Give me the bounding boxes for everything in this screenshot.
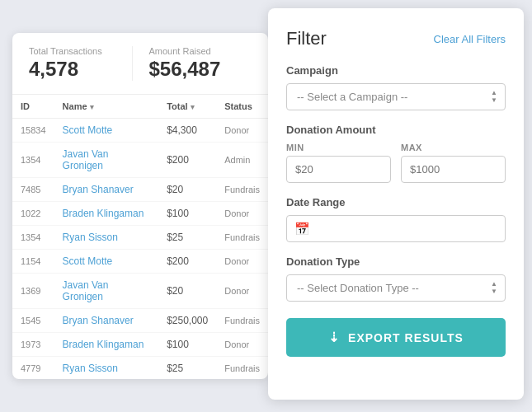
campaign-select-wrapper: -- Select a Campaign -- ▲ ▼ bbox=[286, 83, 506, 110]
cell-name[interactable]: Javan Van Gronigen bbox=[54, 143, 159, 178]
stats-row: Total Transactions 4,578 Amount Raised $… bbox=[12, 33, 268, 95]
cell-id: 1354 bbox=[12, 143, 54, 178]
cell-status: Fundrais bbox=[216, 309, 268, 333]
export-icon: ⇣ bbox=[328, 330, 340, 345]
cell-status: Admin bbox=[216, 143, 268, 178]
table-row: 1369 Javan Van Gronigen $20 Donor bbox=[12, 274, 268, 309]
cell-status: Donor bbox=[216, 333, 268, 357]
cell-total: $25 bbox=[158, 226, 216, 250]
cell-name[interactable]: Scott Motte bbox=[54, 250, 159, 274]
cell-name[interactable]: Bryan Shanaver bbox=[54, 178, 159, 202]
cell-total: $200 bbox=[158, 250, 216, 274]
min-label: MIN bbox=[286, 143, 391, 152]
col-id: ID bbox=[12, 95, 54, 119]
donation-amount-label: Donation Amount bbox=[286, 124, 506, 136]
right-card: Filter Clear All Filters Campaign -- Sel… bbox=[268, 8, 524, 400]
cell-name[interactable]: Bryan Shanaver bbox=[54, 309, 159, 333]
cell-status: Donor bbox=[216, 274, 268, 309]
cell-status: Fundrais bbox=[216, 226, 268, 250]
table-row: 1973 Braden Klingaman $100 Donor bbox=[12, 333, 268, 357]
donation-type-select-wrapper: -- Select Donation Type -- ▲ ▼ bbox=[286, 274, 506, 302]
donation-type-select[interactable]: -- Select Donation Type -- bbox=[286, 274, 506, 302]
table-header-row: ID Name ▾ Total ▾ Status bbox=[12, 95, 268, 119]
table-row: 4779 Ryan Sisson $25 Fundrais bbox=[12, 357, 268, 380]
clear-all-filters-link[interactable]: Clear All Filters bbox=[434, 33, 506, 45]
cell-status: Donor bbox=[216, 202, 268, 226]
cell-id: 1154 bbox=[12, 250, 54, 274]
table-row: 1022 Braden Klingaman $100 Donor bbox=[12, 202, 268, 226]
table-row: 1545 Bryan Shanaver $250,000 Fundrais bbox=[12, 309, 268, 333]
col-status: Status bbox=[216, 95, 268, 119]
min-amount-group: MIN bbox=[286, 143, 391, 183]
filter-header: Filter Clear All Filters bbox=[286, 28, 506, 49]
cell-id: 4779 bbox=[12, 357, 54, 380]
cell-id: 1354 bbox=[12, 226, 54, 250]
transactions-table: ID Name ▾ Total ▾ Status 15834 Scott Mot… bbox=[12, 95, 268, 379]
max-amount-group: MAX bbox=[401, 143, 506, 183]
sort-arrow-total: ▾ bbox=[191, 103, 195, 111]
table-row: 15834 Scott Motte $4,300 Donor bbox=[12, 119, 268, 143]
amount-raised-stat: Amount Raised $56,487 bbox=[132, 46, 252, 81]
col-name[interactable]: Name ▾ bbox=[54, 95, 159, 119]
campaign-label: Campaign bbox=[286, 64, 506, 77]
cell-status: Fundrais bbox=[216, 357, 268, 380]
cell-total: $25 bbox=[158, 357, 216, 380]
cell-status: Donor bbox=[216, 250, 268, 274]
cell-status: Fundrais bbox=[216, 178, 268, 202]
cell-id: 1545 bbox=[12, 309, 54, 333]
cell-id: 7485 bbox=[12, 178, 54, 202]
date-range-label: Date Range bbox=[286, 196, 506, 208]
col-total[interactable]: Total ▾ bbox=[158, 95, 216, 119]
cell-id: 1369 bbox=[12, 274, 54, 309]
table-row: 1354 Javan Van Gronigen $200 Admin bbox=[12, 143, 268, 178]
donation-type-label: Donation Type bbox=[286, 255, 506, 268]
table-row: 1154 Scott Motte $200 Donor bbox=[12, 250, 268, 274]
max-amount-input[interactable] bbox=[401, 156, 506, 183]
min-amount-input[interactable] bbox=[286, 156, 391, 183]
sort-arrow-name: ▾ bbox=[90, 103, 94, 111]
cell-name[interactable]: Javan Van Gronigen bbox=[54, 274, 159, 309]
cell-name[interactable]: Ryan Sisson bbox=[54, 226, 159, 250]
campaign-section: Campaign -- Select a Campaign -- ▲ ▼ bbox=[286, 64, 506, 110]
total-transactions-stat: Total Transactions 4,578 bbox=[29, 46, 132, 81]
max-label: MAX bbox=[401, 143, 506, 152]
date-range-section: Date Range 📅 bbox=[286, 196, 506, 242]
cell-total: $100 bbox=[158, 202, 216, 226]
cell-id: 1022 bbox=[12, 202, 54, 226]
cell-total: $20 bbox=[158, 178, 216, 202]
cell-name[interactable]: Scott Motte bbox=[54, 119, 159, 143]
export-button-label: EXPORT RESULTS bbox=[348, 331, 464, 344]
cell-id: 15834 bbox=[12, 119, 54, 143]
filter-title: Filter bbox=[286, 28, 327, 49]
table-row: 7485 Bryan Shanaver $20 Fundrais bbox=[12, 178, 268, 202]
cell-name[interactable]: Braden Klingaman bbox=[54, 202, 159, 226]
cell-status: Donor bbox=[216, 119, 268, 143]
cell-name[interactable]: Ryan Sisson bbox=[54, 357, 159, 380]
cell-total: $4,300 bbox=[158, 119, 216, 143]
total-transactions-value: 4,578 bbox=[29, 58, 132, 81]
total-transactions-label: Total Transactions bbox=[29, 46, 132, 56]
cell-id: 1973 bbox=[12, 333, 54, 357]
amount-raised-value: $56,487 bbox=[149, 58, 252, 81]
cell-total: $200 bbox=[158, 143, 216, 178]
cell-total: $20 bbox=[158, 274, 216, 309]
donation-type-section: Donation Type -- Select Donation Type --… bbox=[286, 255, 506, 302]
cell-name[interactable]: Braden Klingaman bbox=[54, 333, 159, 357]
donation-amount-section: Donation Amount MIN MAX bbox=[286, 124, 506, 183]
donation-amount-row: MIN MAX bbox=[286, 143, 506, 183]
cell-total: $250,000 bbox=[158, 309, 216, 333]
left-card: Total Transactions 4,578 Amount Raised $… bbox=[12, 33, 268, 379]
date-range-input[interactable] bbox=[286, 215, 506, 242]
table-row: 1354 Ryan Sisson $25 Fundrais bbox=[12, 226, 268, 250]
cell-total: $100 bbox=[158, 333, 216, 357]
amount-raised-label: Amount Raised bbox=[149, 46, 252, 56]
campaign-select[interactable]: -- Select a Campaign -- bbox=[286, 83, 506, 110]
export-results-button[interactable]: ⇣ EXPORT RESULTS bbox=[286, 318, 506, 357]
date-input-wrapper: 📅 bbox=[286, 215, 506, 242]
